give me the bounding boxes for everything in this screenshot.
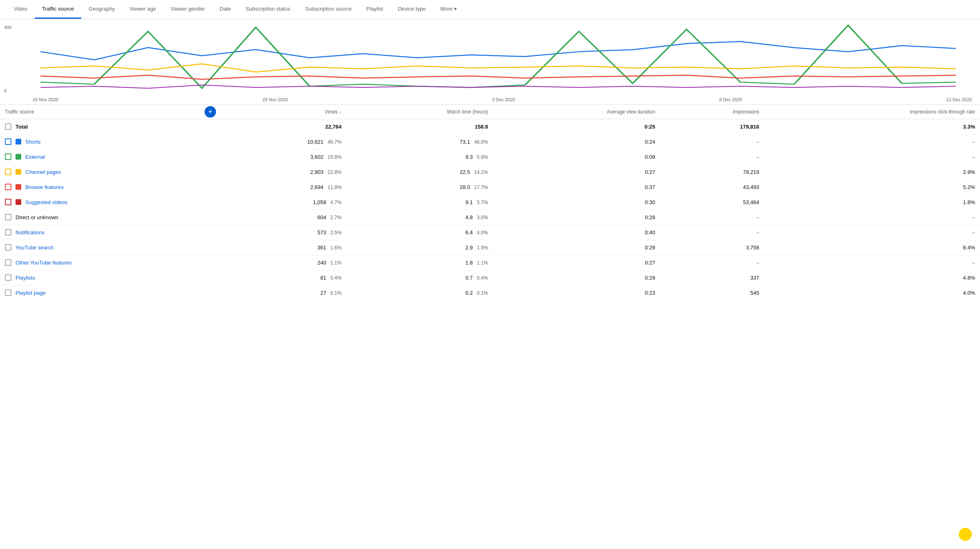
chevron-down-icon: ▾ bbox=[454, 6, 457, 12]
checkbox-direct-unknown[interactable] bbox=[5, 214, 11, 220]
y-axis-label-0: 0 bbox=[4, 88, 7, 93]
checkbox-playlist-page[interactable] bbox=[5, 289, 11, 296]
col-header-source: Traffic source + bbox=[0, 105, 220, 119]
tab-viewer-age[interactable]: Viewer age bbox=[122, 0, 163, 19]
y-axis-label-400: 400 bbox=[4, 25, 11, 30]
col-header-watch-time: Watch time (hours) bbox=[346, 105, 493, 119]
views-total: 22,764 bbox=[220, 119, 347, 135]
col-header-ctr: Impressions click-through rate bbox=[764, 105, 980, 119]
tab-date[interactable]: Date bbox=[212, 0, 238, 19]
avg-view-shorts: 0:24 bbox=[493, 134, 660, 149]
color-indicator-external bbox=[16, 154, 21, 160]
views-youtube-search: 3611.6% bbox=[220, 240, 347, 255]
ctr-external: – bbox=[764, 149, 980, 164]
ctr-shorts: – bbox=[764, 134, 980, 149]
source-cell-browse-features: Browse features bbox=[0, 180, 220, 195]
source-cell-channel-pages: Channel pages bbox=[0, 164, 220, 180]
source-cell-shorts: Shorts bbox=[0, 134, 220, 149]
tab-playlist[interactable]: Playlist bbox=[359, 0, 390, 19]
watch-time-other-youtube: 1.81.1% bbox=[346, 255, 493, 270]
x-label-nov24: 24 Nov 2020 bbox=[33, 97, 58, 102]
checkbox-other-youtube[interactable] bbox=[5, 259, 11, 266]
col-header-impressions: Impressions bbox=[660, 105, 764, 119]
watch-time-suggested-videos: 9.15.7% bbox=[346, 195, 493, 210]
views-other-youtube: 2401.1% bbox=[220, 255, 347, 270]
chart-area: 400 0 24 Nov 2020 29 Nov 2020 3 Dec 2020… bbox=[0, 19, 980, 105]
source-name-notifications[interactable]: Notifications bbox=[16, 229, 45, 236]
sort-icon: ↓ bbox=[339, 109, 342, 114]
source-name-external[interactable]: External bbox=[25, 154, 45, 160]
ctr-total: 3.3% bbox=[764, 119, 980, 135]
avg-view-playlist-page: 0:23 bbox=[493, 285, 660, 300]
source-name-suggested-videos[interactable]: Suggested videos bbox=[25, 199, 67, 205]
tab-subscription-status[interactable]: Subscription status bbox=[238, 0, 298, 19]
avg-view-external: 0:09 bbox=[493, 149, 660, 164]
views-direct-unknown: 6042.7% bbox=[220, 210, 347, 225]
views-notifications: 5732.5% bbox=[220, 225, 347, 240]
color-indicator-channel-pages bbox=[16, 169, 21, 175]
watch-time-browse-features: 28.017.7% bbox=[346, 180, 493, 195]
ctr-playlist-page: 4.0% bbox=[764, 285, 980, 300]
watch-time-channel-pages: 22.514.2% bbox=[346, 164, 493, 180]
avg-view-direct-unknown: 0:28 bbox=[493, 210, 660, 225]
impressions-direct-unknown: – bbox=[660, 210, 764, 225]
x-label-nov29: 29 Nov 2020 bbox=[262, 97, 287, 102]
avg-view-playlists: 0:29 bbox=[493, 270, 660, 285]
checkbox-external[interactable] bbox=[5, 153, 11, 160]
ctr-direct-unknown: – bbox=[764, 210, 980, 225]
tab-bar: Video Traffic source Geography Viewer ag… bbox=[0, 0, 980, 19]
impressions-other-youtube: – bbox=[660, 255, 764, 270]
tab-video[interactable]: Video bbox=[7, 0, 35, 19]
checkbox-playlists[interactable] bbox=[5, 274, 11, 281]
views-shorts: 10,62146.7% bbox=[220, 134, 347, 149]
avg-view-other-youtube: 0:27 bbox=[493, 255, 660, 270]
source-name-browse-features[interactable]: Browse features bbox=[25, 184, 64, 190]
source-cell-external: External bbox=[0, 149, 220, 164]
tab-subscription-source[interactable]: Subscription source bbox=[298, 0, 359, 19]
checkbox-total[interactable] bbox=[5, 123, 11, 130]
tab-geography[interactable]: Geography bbox=[81, 0, 122, 19]
views-suggested-videos: 1,0584.7% bbox=[220, 195, 347, 210]
checkbox-notifications[interactable] bbox=[5, 229, 11, 236]
source-name-youtube-search[interactable]: YouTube search bbox=[16, 244, 54, 251]
source-cell-youtube-search: YouTube search bbox=[0, 240, 220, 255]
impressions-shorts: – bbox=[660, 134, 764, 149]
x-axis-labels: 24 Nov 2020 29 Nov 2020 3 Dec 2020 8 Dec… bbox=[24, 97, 980, 102]
watch-time-direct-unknown: 4.83.0% bbox=[346, 210, 493, 225]
impressions-channel-pages: 78,219 bbox=[660, 164, 764, 180]
checkbox-browse-features[interactable] bbox=[5, 184, 11, 190]
tab-device-type[interactable]: Device type bbox=[390, 0, 433, 19]
source-name-other-youtube[interactable]: Other YouTube features bbox=[16, 260, 72, 266]
watch-time-total: 158.8 bbox=[346, 119, 493, 135]
ctr-channel-pages: 2.9% bbox=[764, 164, 980, 180]
color-indicator-suggested-videos bbox=[16, 199, 21, 205]
ctr-suggested-videos: 1.8% bbox=[764, 195, 980, 210]
watch-time-shorts: 73.146.0% bbox=[346, 134, 493, 149]
source-cell-playlists: Playlists bbox=[0, 270, 220, 285]
avg-view-youtube-search: 0:29 bbox=[493, 240, 660, 255]
impressions-playlist-page: 545 bbox=[660, 285, 764, 300]
source-name-shorts[interactable]: Shorts bbox=[25, 139, 41, 145]
source-cell-playlist-page: Playlist page bbox=[0, 285, 220, 300]
checkbox-shorts[interactable] bbox=[5, 138, 11, 145]
checkbox-suggested-videos[interactable] bbox=[5, 199, 11, 205]
views-playlist-page: 270.1% bbox=[220, 285, 347, 300]
tab-traffic-source[interactable]: Traffic source bbox=[35, 0, 81, 19]
source-name-playlists[interactable]: Playlists bbox=[16, 275, 35, 281]
checkbox-channel-pages[interactable] bbox=[5, 169, 11, 175]
watch-time-playlist-page: 0.20.1% bbox=[346, 285, 493, 300]
impressions-total: 179,816 bbox=[660, 119, 764, 135]
ctr-playlists: 4.8% bbox=[764, 270, 980, 285]
source-name-playlist-page[interactable]: Playlist page bbox=[16, 290, 46, 296]
add-column-button[interactable]: + bbox=[205, 106, 216, 118]
tab-viewer-gender[interactable]: Viewer gender bbox=[163, 0, 212, 19]
avg-view-browse-features: 0:37 bbox=[493, 180, 660, 195]
source-cell-direct-unknown: Direct or unknown bbox=[0, 210, 220, 225]
source-cell-other-youtube: Other YouTube features bbox=[0, 255, 220, 270]
tab-more[interactable]: More ▾ bbox=[433, 0, 464, 19]
checkbox-youtube-search[interactable] bbox=[5, 244, 11, 251]
views-external: 3,60215.8% bbox=[220, 149, 347, 164]
source-name-channel-pages[interactable]: Channel pages bbox=[25, 169, 61, 175]
watch-time-youtube-search: 2.91.9% bbox=[346, 240, 493, 255]
color-indicator-shorts bbox=[16, 139, 21, 144]
